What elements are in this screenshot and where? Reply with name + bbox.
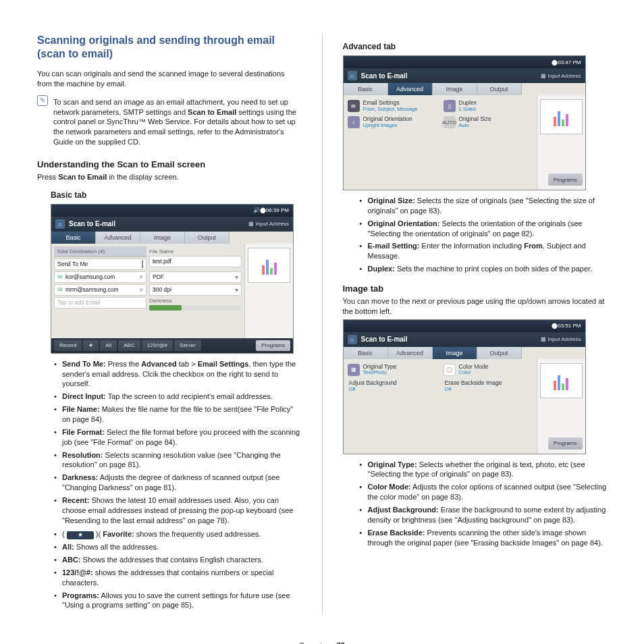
all-button[interactable]: All: [100, 340, 117, 351]
app-title: Scan to E-mail: [361, 72, 537, 80]
darkness-slider[interactable]: [149, 305, 242, 311]
size-option[interactable]: AUTOOriginal SizeAuto: [442, 114, 534, 130]
tab-basic[interactable]: Basic: [51, 232, 96, 244]
info-note: ✎ To scan and send an image as an email …: [37, 95, 302, 150]
recent-button[interactable]: Recent: [54, 340, 82, 351]
list-item: E-mail Setting: Enter the information in…: [360, 241, 608, 261]
list-item: Direct Input: Tap the screen to add reci…: [54, 392, 302, 402]
tab-output[interactable]: Output: [185, 232, 230, 244]
orientation-option[interactable]: ↕Original OrientationUpright Images: [346, 114, 438, 130]
image-intro: You can move to the next or previous pag…: [343, 296, 608, 317]
add-email-row[interactable]: Tap to add Email: [54, 297, 146, 308]
image-list: Original Type: Selects whether the origi…: [343, 460, 608, 548]
home-icon[interactable]: ⌂: [55, 219, 65, 229]
dest-count: Total Destination (4): [54, 246, 146, 257]
duplex-option[interactable]: ▯Duplex1 Sided: [442, 98, 534, 114]
page-footer: Scanning_ 77: [37, 641, 607, 644]
tab-image[interactable]: Image: [140, 232, 185, 244]
erase-backside-option[interactable]: Erase Backside ImageOff: [442, 378, 534, 394]
file-name-label: File Name: [149, 248, 242, 254]
input-address-button[interactable]: ▦ Input Address: [248, 221, 289, 227]
clock-icon: 🔊⬤: [253, 207, 266, 213]
advanced-list: Original Size: Selects the size of origi…: [343, 196, 608, 274]
tab-bar: Basic Advanced Image Output: [51, 232, 293, 244]
list-item: Darkness: Adjusts the degree of darkness…: [54, 473, 302, 493]
tab-output[interactable]: Output: [477, 83, 522, 95]
file-format-field[interactable]: PDF▾: [149, 271, 242, 283]
screenshot-basic: 🔊⬤ 06:39 PM ⌂ Scan to E-mail ▦ Input Add…: [51, 204, 294, 354]
email-settings-option[interactable]: ✉Email SettingsFrom, Subject, Message: [346, 98, 438, 114]
basic-tab-heading: Basic tab: [51, 190, 302, 200]
email-row[interactable]: ✉mrm@samsung.com×: [54, 284, 146, 296]
list-item: ABC: Shows the addresses that contains E…: [54, 555, 302, 565]
basic-list-2: ( ★ )( Favorite: shows the frequently us…: [37, 529, 302, 610]
programs-button[interactable]: Programs: [548, 437, 583, 450]
home-icon[interactable]: ⌂: [348, 71, 357, 80]
tab-output[interactable]: Output: [477, 347, 522, 359]
preview-thumb: [248, 248, 290, 283]
star-icon: ★: [67, 531, 94, 539]
tab-advanced[interactable]: Advanced: [96, 232, 140, 244]
app-title: Scan to E-mail: [361, 336, 537, 343]
color-mode-option[interactable]: ◯Color ModeColor: [442, 362, 534, 378]
column-divider: [322, 34, 323, 614]
tab-image[interactable]: Image: [433, 347, 477, 359]
list-item: Original Type: Selects whether the origi…: [360, 460, 608, 480]
input-address-button[interactable]: ▦ Input Address: [541, 73, 581, 79]
basic-list: Send To Me: Press the Advanced tab > Ema…: [37, 359, 302, 526]
note-icon: ✎: [37, 95, 48, 106]
list-item: Original Orientation: Selects the orient…: [360, 219, 608, 239]
num-button[interactable]: 123/!@#: [142, 340, 173, 351]
understand-heading: Understanding the Scan to Email screen: [37, 159, 302, 169]
tab-basic[interactable]: Basic: [344, 83, 388, 95]
send-to-me-row[interactable]: Send To Me: [54, 259, 146, 270]
list-item: All: Shows all the addresses.: [54, 542, 302, 552]
input-address-button[interactable]: ▦ Input Address: [541, 336, 581, 342]
list-item: Erase Backside: Prevents scanning the ot…: [360, 528, 608, 548]
list-item: Resolution: Selects scanning resolution …: [54, 450, 302, 471]
preview-thumb: [540, 99, 583, 134]
press-instruction: Press Scan to Email in the display scree…: [37, 172, 302, 182]
screenshot-image: ⬤ 03:51 PM ⌂ Scan to E-mail ▦ Input Addr…: [343, 319, 586, 454]
screenshot-advanced: ⬤ 03:47 PM ⌂ Scan to E-mail ▦ Input Addr…: [343, 55, 586, 190]
original-type-option[interactable]: ▦Original TypeText/Photo: [346, 362, 438, 378]
server-button[interactable]: Server: [174, 340, 201, 351]
list-item: Duplex: Sets the machine to print copies…: [360, 264, 608, 274]
list-item: File Name: Makes the file name for the f…: [54, 404, 302, 425]
list-item: Original Size: Selects the size of origi…: [360, 196, 608, 216]
darkness-label: Darkness: [149, 298, 242, 304]
list-item: File Format: Select the file format befo…: [54, 427, 302, 448]
list-item: Recent: Shows the latest 10 email addres…: [54, 495, 302, 526]
list-item: 123/!@#: shows the addresses that contai…: [54, 568, 302, 588]
file-name-field[interactable]: test.pdf: [149, 256, 242, 267]
list-item: Adjust Background: Erase the background …: [360, 505, 608, 525]
adjust-bg-option[interactable]: Adjust BackgroundOff: [346, 378, 438, 394]
list-item: Send To Me: Press the Advanced tab > Ema…: [54, 359, 302, 390]
list-item: Programs: Allows you to save the current…: [54, 591, 302, 611]
list-item: ( ★ )( Favorite: shows the frequently us…: [54, 529, 302, 539]
abc-button[interactable]: ABC: [118, 340, 140, 351]
home-icon[interactable]: ⌂: [348, 335, 357, 344]
programs-button[interactable]: Programs: [548, 173, 583, 186]
image-tab-heading: Image tab: [343, 284, 608, 294]
list-item: Color Mode: Adjusts the color options of…: [360, 482, 608, 502]
tab-advanced[interactable]: Advanced: [388, 347, 433, 359]
tab-basic[interactable]: Basic: [344, 347, 388, 359]
programs-button[interactable]: Programs: [256, 340, 290, 351]
email-row[interactable]: ✉kor@samsung.com×: [54, 271, 146, 283]
intro-text: You can scan originals and send the scan…: [37, 69, 302, 89]
favorite-button[interactable]: ★: [83, 340, 99, 351]
advanced-tab-heading: Advanced tab: [343, 42, 608, 51]
page-title: Scanning originals and sending through e…: [37, 34, 302, 61]
resolution-field[interactable]: 300 dpi▾: [149, 284, 242, 296]
preview-thumb: [540, 363, 583, 398]
tab-advanced[interactable]: Advanced: [388, 83, 433, 95]
note-text: To scan and send an image as an email at…: [53, 97, 302, 147]
app-title: Scan to E-mail: [69, 220, 244, 227]
tab-image[interactable]: Image: [433, 83, 477, 95]
